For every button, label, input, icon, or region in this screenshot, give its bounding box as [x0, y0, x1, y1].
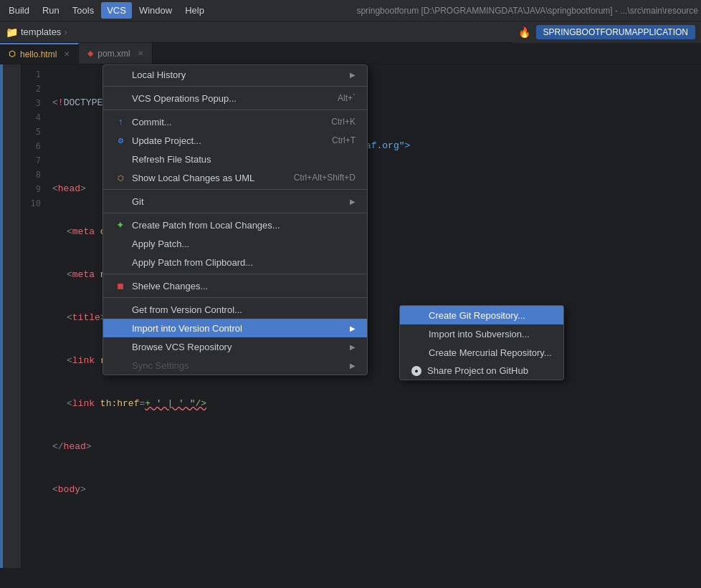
tab-close-pom[interactable]: ✕: [138, 49, 143, 57]
git-label: Git: [132, 196, 344, 207]
menu-get-from-vcs[interactable]: Get from Version Control...: [103, 300, 367, 319]
vcs-ops-label: VCS Operations Popup...: [132, 93, 332, 104]
browse-vcs-label: Browse VCS Repository: [132, 342, 344, 352]
apply-patch-clipboard-label: Apply Patch from Clipboard...: [132, 257, 356, 268]
create-git-repo-label: Create Git Repository...: [429, 310, 552, 321]
uml-shortcut: Ctrl+Alt+Shift+D: [294, 173, 356, 183]
apply-patch-clipboard-icon: [115, 256, 126, 268]
create-git-repo-icon: [411, 309, 423, 321]
commit-shortcut: Ctrl+K: [331, 117, 356, 127]
menu-local-history[interactable]: Local History ▶: [103, 65, 367, 84]
refresh-icon: [115, 153, 126, 165]
menu-window[interactable]: Window: [133, 2, 178, 19]
menu-refresh-status[interactable]: Refresh File Status: [103, 150, 367, 168]
menu-git[interactable]: Git ▶: [103, 192, 367, 211]
xml-file-icon: ◆: [87, 49, 93, 58]
submenu-create-mercurial[interactable]: Create Mercurial Repository...: [400, 343, 563, 362]
menu-vcs-operations[interactable]: VCS Operations Popup... Alt+`: [103, 89, 367, 107]
menu-tools[interactable]: Tools: [67, 2, 100, 19]
menu-apply-patch[interactable]: Apply Patch...: [103, 234, 367, 253]
separator-3: [103, 189, 367, 190]
menu-commit[interactable]: ↑ Commit... Ctrl+K: [103, 112, 367, 131]
refresh-label: Refresh File Status: [132, 154, 356, 165]
vcs-ops-icon: [115, 92, 126, 104]
local-history-arrow: ▶: [350, 71, 356, 79]
git-icon: [115, 196, 126, 207]
import-vcs-icon: [115, 322, 126, 334]
menu-browse-vcs[interactable]: Browse VCS Repository ▶: [103, 337, 367, 356]
tab-hello-html[interactable]: ⬡ hello.html ✕: [0, 43, 79, 64]
update-icon: ⚙: [115, 135, 126, 146]
get-vcs-label: Get from Version Control...: [132, 304, 356, 315]
separator-2: [103, 110, 367, 110]
update-shortcut: Ctrl+T: [332, 135, 356, 145]
vcs-ops-shortcut: Alt+`: [338, 93, 356, 103]
menu-help[interactable]: Help: [179, 2, 210, 19]
window-title: springbootforum [D:\PROGRAMMINGDATA\JAVA…: [356, 6, 698, 16]
sync-settings-label: Sync Settings: [132, 360, 344, 371]
import-submenu[interactable]: Create Git Repository... Import into Sub…: [399, 305, 564, 380]
folder-name[interactable]: templates: [21, 26, 61, 37]
menubar: Build Run Tools VCS Window Help springbo…: [0, 0, 701, 21]
tab-pom-xml[interactable]: ◆ pom.xml ✕: [79, 43, 152, 64]
shelve-label: Shelve Changes...: [132, 281, 356, 291]
separator-5: [103, 274, 367, 274]
tab-label-hello: hello.html: [20, 49, 57, 59]
commit-icon: ↑: [115, 116, 126, 127]
left-sidebar: [0, 64, 22, 568]
menu-shelve-changes[interactable]: ◼ Shelve Changes...: [103, 276, 367, 295]
menu-create-patch[interactable]: ✦ Create Patch from Local Changes...: [103, 216, 367, 234]
uml-icon: ⬡: [115, 172, 126, 183]
github-icon: ●: [411, 366, 421, 376]
code-line-10: <body>: [52, 483, 695, 497]
mercurial-icon: [411, 347, 423, 358]
local-history-label: Local History: [132, 69, 344, 80]
menu-update-project[interactable]: ⚙ Update Project... Ctrl+T: [103, 131, 367, 150]
local-history-icon: [115, 69, 126, 80]
code-line-9: </head>: [52, 440, 695, 454]
share-github-label: Share Project on GitHub: [427, 365, 552, 376]
tab-label-pom: pom.xml: [97, 49, 130, 59]
import-svn-label: Import into Subversion...: [429, 329, 552, 339]
menu-show-local-changes-uml[interactable]: ⬡ Show Local Changes as UML Ctrl+Alt+Shi…: [103, 168, 367, 187]
breadcrumb-arrow: ›: [64, 26, 67, 37]
menu-build[interactable]: Build: [3, 2, 35, 19]
submenu-share-github[interactable]: ● Share Project on GitHub: [400, 362, 563, 380]
folder-icon: 📁: [6, 26, 18, 38]
run-app-name: SPRINGBOOTFORUMAPPLICATION: [543, 27, 688, 37]
menu-sync-settings: Sync Settings ▶: [103, 356, 367, 375]
breadcrumb: 📁 templates ›: [0, 22, 512, 42]
flame-icon: 🔥: [518, 26, 530, 38]
apply-patch-label: Apply Patch...: [132, 238, 356, 249]
vcs-dropdown-menu[interactable]: Local History ▶ VCS Operations Popup... …: [102, 64, 368, 375]
menu-run[interactable]: Run: [37, 2, 65, 19]
import-vcs-arrow: ▶: [350, 324, 356, 332]
run-button[interactable]: SPRINGBOOTFORUMAPPLICATION: [536, 25, 695, 39]
tab-close-hello[interactable]: ✕: [64, 50, 70, 58]
apply-patch-icon: [115, 238, 126, 249]
browse-vcs-arrow: ▶: [350, 343, 356, 351]
code-line-8: <link th:href=+ ' | ' "/>: [52, 397, 695, 411]
menu-vcs[interactable]: VCS: [101, 2, 132, 19]
shelve-icon: ◼: [115, 280, 126, 291]
create-patch-label: Create Patch from Local Changes...: [132, 220, 356, 231]
submenu-import-subversion[interactable]: Import into Subversion...: [400, 324, 563, 343]
editor-area: 1 2 3 4 5 6 7 8 9 10 <!DOCTYPE html> //w…: [0, 64, 701, 568]
sync-arrow: ▶: [350, 362, 356, 370]
menu-apply-patch-clipboard[interactable]: Apply Patch from Clipboard...: [103, 253, 367, 271]
submenu-create-git-repo[interactable]: Create Git Repository...: [400, 306, 563, 324]
browse-vcs-icon: [115, 341, 126, 352]
separator-1: [103, 86, 367, 87]
separator-4: [103, 213, 367, 213]
import-vcs-label: Import into Version Control: [132, 323, 344, 334]
uml-label: Show Local Changes as UML: [132, 173, 288, 183]
run-bar: 🔥 SPRINGBOOTFORUMAPPLICATION: [512, 21, 701, 43]
tabs-bar: ⬡ hello.html ✕ ◆ pom.xml ✕: [0, 43, 701, 64]
update-label: Update Project...: [132, 135, 326, 146]
commit-label: Commit...: [132, 117, 325, 127]
separator-6: [103, 297, 367, 298]
menu-import-vcs[interactable]: Import into Version Control ▶ Create Git…: [103, 319, 367, 337]
line-numbers: 1 2 3 4 5 6 7 8 9 10: [22, 64, 47, 568]
patch-icon: ✦: [115, 219, 126, 231]
sync-icon: [115, 360, 126, 371]
